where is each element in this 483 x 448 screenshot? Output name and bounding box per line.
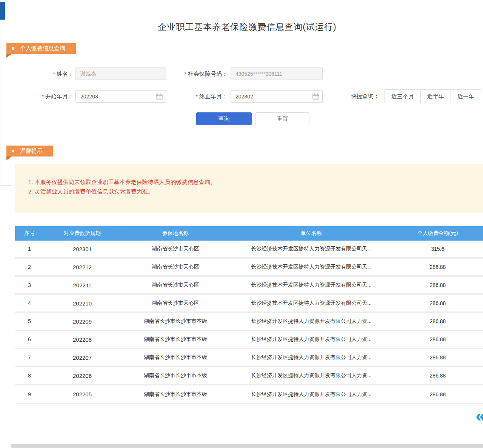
bottom-scroll-strip: [11, 444, 483, 448]
table-cell: 286.88: [392, 336, 483, 342]
bullet-icon: [12, 150, 14, 152]
section-query: 个人缴费信息查询: [6, 43, 76, 58]
table-cell: 湖南省长沙市天心区: [121, 245, 230, 252]
section-tips-ribbon: 温馨提示: [6, 146, 53, 156]
table-header-cell: 个人缴费金额(元): [392, 230, 483, 237]
ssn-label: *社会保障号码：: [172, 68, 228, 80]
table-cell: 202301: [44, 246, 121, 252]
table-cell: 长沙经济技术开发区捷特人力资源开发有限公司天...: [230, 245, 392, 252]
table-cell: 9: [15, 391, 44, 397]
required-asterisk: *: [184, 71, 186, 77]
table-cell: 湖南省长沙市长沙市市本级: [121, 354, 230, 361]
table-row: 2202212湖南省长沙市天心区长沙经济技术开发区捷特人力资源开发有限公司天..…: [15, 259, 483, 277]
table-row: 5202209湖南省长沙市长沙市市本级长沙经济开发区捷特人力资源开发有限公司人力…: [15, 313, 483, 331]
quick-query-label: 快捷查询：: [351, 89, 379, 103]
table-cell: 8: [15, 373, 44, 379]
page-title: 企业职工基本养老保险缴费信息查询(试运行): [11, 21, 483, 33]
table-cell: 286.88: [392, 264, 483, 270]
table-cell: 286.88: [392, 354, 483, 361]
table-header-cell: 序号: [15, 230, 44, 237]
table-cell: 202206: [44, 373, 121, 379]
table-cell: 202212: [44, 264, 121, 270]
table-row: 1202301湖南省长沙市天心区长沙经济技术开发区捷特人力资源开发有限公司天..…: [15, 241, 483, 259]
table-cell: 长沙经济技术开发区捷特人力资源开发有限公司天...: [230, 282, 392, 288]
table-cell: 长沙经济技术开发区捷特人力资源开发有限公司天...: [230, 300, 392, 307]
table-row: 6202208湖南省长沙市长沙市市本级长沙经济开发区捷特人力资源开发有限公司人力…: [15, 331, 483, 349]
tips-panel: 1. 本服务仅提供尚未领取企业职工基本养老保险待遇人员的缴费信息查询。 2. 灵…: [15, 164, 483, 213]
table-cell: 长沙经济开发区捷特人力资源开发有限公司人力资...: [230, 391, 392, 398]
table-header-cell: 单位名称: [230, 230, 392, 237]
table-cell: 长沙经济开发区捷特人力资源开发有限公司人力资...: [230, 336, 392, 343]
name-label: *姓名：: [29, 68, 74, 80]
table-cell: 湖南省长沙市长沙市市本级: [121, 372, 230, 379]
results-table: 序号对应费款所属期参保地名称单位名称个人缴费金额(元) 1202301湖南省长沙…: [15, 226, 483, 404]
table-row: 3202211湖南省长沙市天心区长沙经济技术开发区捷特人力资源开发有限公司天..…: [15, 277, 483, 295]
table-cell: 202208: [44, 336, 121, 343]
table-header-cell: 参保地名称: [121, 230, 230, 237]
table-cell: 286.88: [392, 282, 483, 288]
quick-option-1[interactable]: 近半年: [420, 89, 451, 103]
bullet-icon: [12, 47, 14, 50]
ribbon-fold: [6, 156, 12, 160]
table-cell: 6: [15, 336, 44, 342]
table-cell: 286.88: [392, 318, 483, 324]
tips-line-1: 1. 本服务仅提供尚未领取企业职工基本养老保险待遇人员的缴费信息查询。: [28, 177, 216, 187]
table-cell: 286.88: [392, 373, 483, 379]
start-date-label: *开始年月：: [29, 90, 74, 103]
table-cell: 286.88: [392, 300, 483, 306]
table-cell: 4: [15, 300, 44, 306]
corner-blue-block: [0, 2, 5, 20]
table-cell: 202209: [44, 318, 121, 325]
ssn-input: [231, 68, 323, 80]
end-date-input[interactable]: [231, 90, 323, 103]
table-row: 7202207湖南省长沙市长沙市市本级长沙经济开发区捷特人力资源开发有限公司人力…: [15, 349, 483, 367]
table-cell: 湖南省长沙市长沙市市本级: [121, 391, 230, 398]
table-header-row: 序号对应费款所属期参保地名称单位名称个人缴费金额(元): [15, 226, 483, 241]
quick-option-0[interactable]: 近三个月: [385, 89, 421, 103]
required-asterisk: *: [53, 71, 55, 77]
table-row: 8202206湖南省长沙市长沙市市本级长沙经济开发区捷特人力资源开发有限公司人力…: [15, 367, 483, 385]
quick-query-group: 近三个月近半年近一年: [385, 89, 481, 103]
table-row: 4202210湖南省长沙市天心区长沙经济技术开发区捷特人力资源开发有限公司天..…: [15, 295, 483, 313]
tips-line-2: 2. 灵活就业人员的缴费单位信息以实际缴费为准。: [28, 187, 216, 196]
table-cell: 湖南省长沙市天心区: [121, 264, 230, 270]
ribbon-fold: [6, 54, 12, 58]
table-cell: 202210: [44, 300, 121, 307]
table-cell: 315.6: [392, 246, 483, 252]
required-asterisk: *: [42, 93, 44, 100]
table-cell: 3: [15, 282, 44, 288]
reset-button[interactable]: 重置: [255, 112, 309, 125]
table-cell: 湖南省长沙市天心区: [121, 282, 230, 288]
quick-option-2[interactable]: 近一年: [451, 89, 481, 103]
table-row: 9202205湖南省长沙市长沙市市本级长沙经济开发区捷特人力资源开发有限公司人力…: [15, 385, 483, 404]
table-cell: 1: [15, 246, 44, 252]
section-tips-label: 温馨提示: [20, 147, 43, 155]
table-cell: 2: [15, 264, 44, 270]
section-query-label: 个人缴费信息查询: [20, 45, 65, 52]
collapse-icon[interactable]: «: [475, 408, 483, 423]
start-date-input[interactable]: [75, 90, 166, 103]
section-tips: 温馨提示: [6, 146, 53, 160]
table-cell: 202211: [44, 282, 121, 288]
name-input: [75, 68, 166, 80]
table-cell: 202207: [44, 354, 121, 361]
table-cell: 286.88: [392, 391, 483, 397]
table-cell: 长沙经济开发区捷特人力资源开发有限公司人力资...: [230, 372, 392, 379]
table-cell: 长沙经济技术开发区捷特人力资源开发有限公司天...: [230, 264, 392, 270]
table-cell: 湖南省长沙市长沙市市本级: [121, 318, 230, 325]
table-cell: 202205: [44, 391, 121, 397]
table-cell: 长沙经济开发区捷特人力资源开发有限公司人力资...: [230, 354, 392, 361]
query-button[interactable]: 查询: [196, 112, 252, 125]
table-body: 1202301湖南省长沙市天心区长沙经济技术开发区捷特人力资源开发有限公司天..…: [15, 241, 483, 404]
calendar-icon[interactable]: [156, 93, 163, 101]
required-asterisk: *: [195, 93, 198, 100]
table-cell: 7: [15, 354, 44, 361]
table-cell: 长沙经济开发区捷特人力资源开发有限公司人力资...: [230, 318, 392, 325]
calendar-icon[interactable]: [312, 93, 319, 101]
end-date-label: *终止年月：: [185, 90, 228, 103]
table-cell: 5: [15, 318, 44, 324]
table-header-cell: 对应费款所属期: [44, 230, 121, 237]
section-query-ribbon: 个人缴费信息查询: [6, 43, 76, 54]
table-cell: 湖南省长沙市天心区: [121, 300, 230, 307]
table-cell: 湖南省长沙市长沙市市本级: [121, 336, 230, 343]
